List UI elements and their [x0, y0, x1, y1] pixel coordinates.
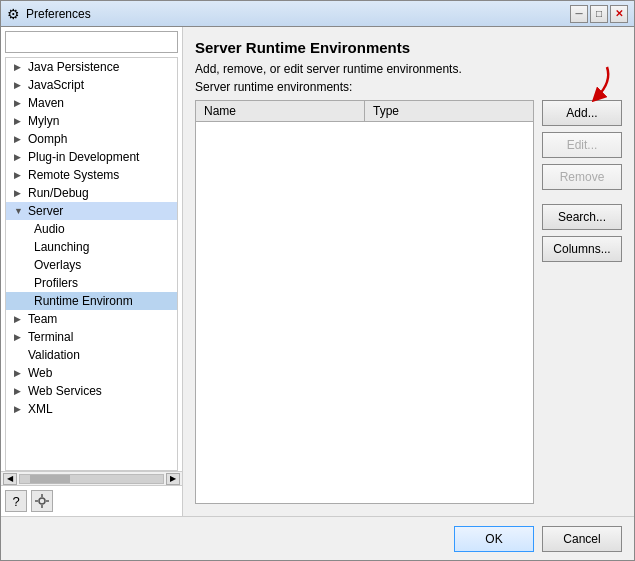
scroll-thumb[interactable]	[30, 475, 70, 483]
column-name: Name	[196, 101, 365, 121]
sidebar-item-runtime-environments[interactable]: Runtime Environm	[6, 292, 177, 310]
sidebar-item-remote-systems[interactable]: ▶ Remote Systems	[6, 166, 177, 184]
expand-arrow: ▶	[14, 134, 24, 144]
page-title: Server Runtime Environments	[195, 39, 622, 56]
sidebar-item-label: Mylyn	[28, 114, 59, 128]
sidebar-item-java-persistence[interactable]: ▶ Java Persistence	[6, 58, 177, 76]
scroll-left-button[interactable]: ◀	[3, 473, 17, 485]
minimize-button[interactable]: ─	[570, 5, 588, 23]
sidebar-item-label: Web Services	[28, 384, 102, 398]
preferences-icon	[35, 494, 49, 508]
horizontal-scrollbar[interactable]: ◀ ▶	[1, 471, 182, 485]
sidebar-item-label: Web	[28, 366, 52, 380]
sidebar-item-web-services[interactable]: ▶ Web Services	[6, 382, 177, 400]
sidebar-item-label: Maven	[28, 96, 64, 110]
filter-input[interactable]	[5, 31, 178, 53]
sidebar-item-label: Validation	[28, 348, 80, 362]
expand-arrow: ▶	[14, 188, 24, 198]
sidebar-item-label: Run/Debug	[28, 186, 89, 200]
table-and-buttons: Name Type	[195, 100, 622, 504]
svg-point-0	[39, 498, 45, 504]
search-button[interactable]: Search...	[542, 204, 622, 230]
expand-arrow: ▶	[14, 80, 24, 90]
maximize-button[interactable]: □	[590, 5, 608, 23]
window-title: Preferences	[26, 7, 91, 21]
edit-button[interactable]: Edit...	[542, 132, 622, 158]
sidebar-item-label: Runtime Environm	[34, 294, 133, 308]
sidebar-item-audio[interactable]: Audio	[6, 220, 177, 238]
add-button[interactable]: Add...	[542, 100, 622, 126]
expand-arrow: ▶	[14, 98, 24, 108]
title-bar-buttons: ─ □ ✕	[570, 5, 628, 23]
sidebar-item-web[interactable]: ▶ Web	[6, 364, 177, 382]
sidebar-item-xml[interactable]: ▶ XML	[6, 400, 177, 418]
columns-button[interactable]: Columns...	[542, 236, 622, 262]
expand-arrow: ▶	[14, 116, 24, 126]
page-description: Add, remove, or edit server runtime envi…	[195, 62, 622, 76]
sidebar-item-label: Java Persistence	[28, 60, 119, 74]
sidebar-item-label: Remote Systems	[28, 168, 119, 182]
sidebar-item-launching[interactable]: Launching	[6, 238, 177, 256]
sidebar-item-overlays[interactable]: Overlays	[6, 256, 177, 274]
help-button[interactable]: ?	[5, 490, 27, 512]
right-panel: Server Runtime Environments Add, remove,…	[183, 27, 634, 516]
sidebar-item-label: JavaScript	[28, 78, 84, 92]
ok-button[interactable]: OK	[454, 526, 534, 552]
scroll-right-button[interactable]: ▶	[166, 473, 180, 485]
sidebar-item-label: Plug-in Development	[28, 150, 139, 164]
remove-button[interactable]: Remove	[542, 164, 622, 190]
scroll-track[interactable]	[19, 474, 164, 484]
expand-arrow: ▶	[14, 368, 24, 378]
sidebar-item-oomph[interactable]: ▶ Oomph	[6, 130, 177, 148]
tree-container[interactable]: ▶ Java Persistence ▶ JavaScript ▶ Maven …	[5, 57, 178, 471]
expand-arrow: ▶	[14, 332, 24, 342]
table-body[interactable]	[196, 122, 533, 503]
sidebar-item-label: Profilers	[34, 276, 78, 290]
sidebar-item-label: Team	[28, 312, 57, 326]
title-bar: ⚙ Preferences ─ □ ✕	[1, 1, 634, 27]
close-button[interactable]: ✕	[610, 5, 628, 23]
sidebar-item-label: Terminal	[28, 330, 73, 344]
expand-arrow: ▶	[14, 404, 24, 414]
sidebar-item-validation[interactable]: ▶ Validation	[6, 346, 177, 364]
sidebar-item-server[interactable]: ▼ Server	[6, 202, 177, 220]
title-bar-left: ⚙ Preferences	[7, 6, 91, 22]
column-type: Type	[365, 101, 533, 121]
expand-arrow: ▶	[14, 314, 24, 324]
expand-arrow: ▶	[14, 62, 24, 72]
expand-arrow: ▶	[14, 170, 24, 180]
sidebar-item-run-debug[interactable]: ▶ Run/Debug	[6, 184, 177, 202]
sidebar-item-terminal[interactable]: ▶ Terminal	[6, 328, 177, 346]
sidebar-item-profilers[interactable]: Profilers	[6, 274, 177, 292]
expand-arrow: ▶	[14, 350, 24, 360]
environments-label: Server runtime environments:	[195, 80, 622, 94]
expand-arrow: ▶	[14, 152, 24, 162]
main-content: ▶ Java Persistence ▶ JavaScript ▶ Maven …	[1, 27, 634, 516]
preferences-window: ⚙ Preferences ─ □ ✕ ▶ Java Persistence ▶…	[0, 0, 635, 561]
table-header: Name Type	[196, 101, 533, 122]
left-panel: ▶ Java Persistence ▶ JavaScript ▶ Maven …	[1, 27, 183, 516]
sidebar-item-maven[interactable]: ▶ Maven	[6, 94, 177, 112]
expand-arrow: ▶	[14, 386, 24, 396]
sidebar-item-label: Server	[28, 204, 63, 218]
sidebar-item-label: Oomph	[28, 132, 67, 146]
sidebar-item-javascript[interactable]: ▶ JavaScript	[6, 76, 177, 94]
window-icon: ⚙	[7, 6, 20, 22]
sidebar-item-mylyn[interactable]: ▶ Mylyn	[6, 112, 177, 130]
footer: OK Cancel	[1, 516, 634, 560]
bottom-icons: ?	[1, 485, 182, 516]
sidebar-item-label: XML	[28, 402, 53, 416]
sidebar-item-label: Overlays	[34, 258, 81, 272]
expand-arrow: ▼	[14, 206, 24, 216]
preferences-button[interactable]	[31, 490, 53, 512]
action-buttons: Add... Edit... Remove Search... Columns.…	[542, 100, 622, 504]
environments-table: Name Type	[195, 100, 534, 504]
cancel-button[interactable]: Cancel	[542, 526, 622, 552]
sidebar-item-team[interactable]: ▶ Team	[6, 310, 177, 328]
sidebar-item-plugin-development[interactable]: ▶ Plug-in Development	[6, 148, 177, 166]
sidebar-item-label: Audio	[34, 222, 65, 236]
sidebar-item-label: Launching	[34, 240, 89, 254]
